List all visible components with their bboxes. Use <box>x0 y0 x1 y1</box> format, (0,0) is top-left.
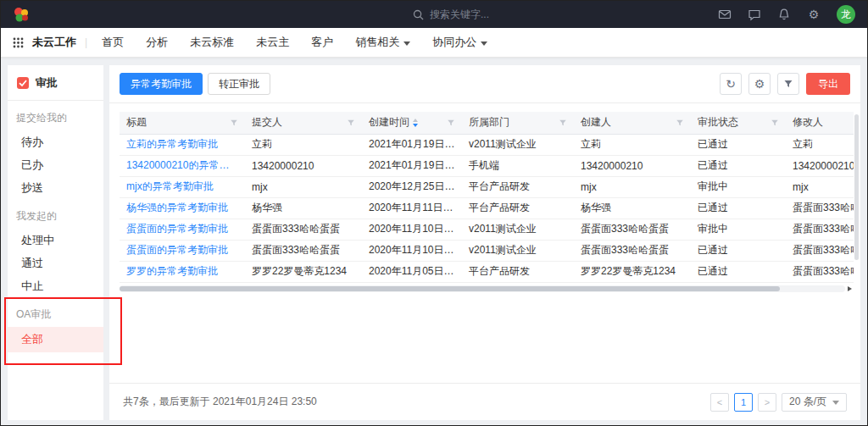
nav-separator: | <box>85 36 87 48</box>
cell-created-time: 2021年01月19日 10:16 <box>362 155 462 176</box>
table-row: mjx的异常考勤审批mjx2020年12月25日 16:04平台产品研发mjx审… <box>120 176 854 197</box>
search-input[interactable]: 搜索关键字... <box>413 1 557 28</box>
horizontal-scrollbar-thumb[interactable] <box>120 286 780 291</box>
cell-title[interactable]: 杨华强的异常考勤审批 <box>120 197 245 219</box>
nav-item-weiyun-standard[interactable]: 未云标准 <box>190 35 234 50</box>
column-header-created-time[interactable]: 创建时间 <box>362 112 462 134</box>
cell-title[interactable]: 立莉的异常考勤审批 <box>120 134 245 155</box>
column-label: 标题 <box>126 115 147 130</box>
page-size-select[interactable]: 20 条/页 <box>782 393 847 412</box>
approval-sidebar: 审批 提交给我的待办已办抄送我发起的处理中通过中止OA审批全部 <box>8 65 103 420</box>
refresh-button[interactable]: ↻ <box>720 73 742 95</box>
nav-item-collaboration[interactable]: 协同办公 <box>432 35 487 50</box>
cell-approval-status: 审批中 <box>691 176 786 197</box>
cell-created-time: 2020年11月11日 15:00 <box>362 197 462 219</box>
cell-title[interactable]: 罗罗的异常考勤审批 <box>120 261 245 282</box>
app-launcher-icon[interactable] <box>13 37 24 48</box>
bell-icon[interactable] <box>777 8 791 21</box>
cell-modifier: 蛋蛋面333哈哈 <box>786 261 854 282</box>
cell-department: v2011测试企业 <box>462 219 574 240</box>
export-button[interactable]: 导出 <box>806 73 850 95</box>
settings-gear-icon[interactable]: ⚙ <box>807 8 821 21</box>
sidebar-item-cc[interactable]: 抄送 <box>8 176 103 199</box>
table-row: 13420000210的异常考勤审批134200002102021年01月19日… <box>120 155 854 176</box>
sidebar-item-done[interactable]: 已办 <box>8 153 103 176</box>
column-label: 提交人 <box>252 115 282 130</box>
page-number-button[interactable]: 1 <box>734 393 753 412</box>
topbar-actions: ⚙ 龙 <box>718 5 855 24</box>
vertical-scrollbar[interactable] <box>854 114 859 343</box>
nav-item-sales-related[interactable]: 销售相关 <box>355 35 410 50</box>
cell-creator: 罗罗22罗曼蒂克1234 <box>574 261 691 282</box>
cell-title[interactable]: 蛋蛋面的异常考勤审批 <box>120 240 245 261</box>
nav-item-weiyun-main[interactable]: 未云主 <box>256 35 289 50</box>
prev-page-button[interactable]: < <box>710 393 729 412</box>
column-label: 创建时间 <box>369 115 409 130</box>
sidebar-item-passed[interactable]: 通过 <box>8 252 103 274</box>
user-avatar[interactable]: 龙 <box>837 5 855 24</box>
tab-abnormal-attendance[interactable]: 异常考勤审批 <box>120 73 203 95</box>
column-header-submitter[interactable]: 提交人 <box>245 112 362 134</box>
tab-regularization[interactable]: 转正审批 <box>208 73 270 95</box>
nav-item-home[interactable]: 首页 <box>102 35 124 50</box>
nav-item-analysis[interactable]: 分析 <box>146 35 168 50</box>
sidebar-section-label: OA审批 <box>8 297 103 327</box>
mail-icon[interactable] <box>718 8 732 21</box>
filter-icon[interactable] <box>347 119 355 127</box>
column-label: 修改人 <box>793 115 823 130</box>
cell-department: v2011测试企业 <box>462 240 574 261</box>
cell-modifier: 立莉 <box>786 134 854 155</box>
cell-modifier: 13420000210 <box>786 155 854 176</box>
chat-icon[interactable] <box>748 8 761 21</box>
sidebar-item-all[interactable]: 全部 <box>8 327 103 352</box>
cell-title[interactable]: mjx的异常考勤审批 <box>120 176 245 197</box>
nav-item-customer[interactable]: 客户 <box>311 35 333 50</box>
cell-creator: 杨华强 <box>574 197 691 219</box>
cell-approval-status: 已通过 <box>691 261 786 282</box>
scroll-right-arrow-icon[interactable] <box>848 286 852 291</box>
column-label: 创建人 <box>581 115 611 130</box>
sidebar-title: 审批 <box>36 75 58 91</box>
search-icon <box>413 9 424 20</box>
horizontal-scrollbar[interactable] <box>120 285 845 292</box>
filter-icon[interactable] <box>676 119 684 127</box>
cell-creator: 13420000210 <box>574 155 691 176</box>
cell-title[interactable]: 13420000210的异常考勤审批 <box>120 155 245 176</box>
sort-icon[interactable] <box>413 119 418 127</box>
cell-title[interactable]: 蛋蛋面的异常考勤审批 <box>120 219 245 240</box>
main-header: 异常考勤审批转正审批 ↻ ⚙ 导出 <box>109 65 860 103</box>
column-header-title[interactable]: 标题 <box>120 112 245 134</box>
content-area: 审批 提交给我的待办已办抄送我发起的处理中通过中止OA审批全部 异常考勤审批转正… <box>1 58 867 425</box>
page-size-value: 20 条/页 <box>789 395 826 409</box>
filter-icon[interactable] <box>447 119 455 127</box>
next-page-button[interactable]: > <box>758 393 776 412</box>
column-header-approval-status[interactable]: 审批状态 <box>691 112 786 134</box>
column-settings-button[interactable]: ⚙ <box>748 73 771 95</box>
cell-submitter: mjx <box>245 176 362 197</box>
cell-submitter: 杨华强 <box>245 197 362 219</box>
filter-icon[interactable] <box>559 119 567 127</box>
sidebar-item-processing[interactable]: 处理中 <box>8 229 103 252</box>
vertical-scrollbar-thumb[interactable] <box>854 114 859 260</box>
filter-icon[interactable] <box>771 119 779 127</box>
table-row: 杨华强的异常考勤审批杨华强2020年11月11日 15:00平台产品研发杨华强已… <box>120 197 854 219</box>
cell-department: 平台产品研发 <box>462 197 574 219</box>
approval-stamp-icon <box>16 76 30 90</box>
workspace-name[interactable]: 未云工作 <box>32 35 76 50</box>
app-logo-icon[interactable] <box>13 6 30 23</box>
column-header-modifier[interactable]: 修改人 <box>786 112 854 134</box>
cell-creator: 立莉 <box>574 134 691 155</box>
app-window: 搜索关键字... ⚙ 龙 <box>0 0 868 426</box>
cell-approval-status: 审批中 <box>691 219 786 240</box>
sidebar-body: 提交给我的待办已办抄送我发起的处理中通过中止OA审批全部 <box>8 101 103 352</box>
cell-created-time: 2020年11月05日 09:57 <box>362 261 462 282</box>
sidebar-item-todo[interactable]: 待办 <box>8 130 103 153</box>
column-header-creator[interactable]: 创建人 <box>574 112 691 134</box>
filter-icon[interactable] <box>230 119 238 127</box>
filter-icon <box>783 79 793 89</box>
table-footer: 共7条，最后更新于 2021年01月24日 23:50 < 1 > 20 条/页 <box>109 383 860 420</box>
filter-button[interactable] <box>777 73 799 95</box>
column-header-department[interactable]: 所属部门 <box>462 112 574 134</box>
toolbar: ↻ ⚙ 导出 <box>720 73 850 95</box>
sidebar-item-terminated[interactable]: 中止 <box>8 274 103 297</box>
